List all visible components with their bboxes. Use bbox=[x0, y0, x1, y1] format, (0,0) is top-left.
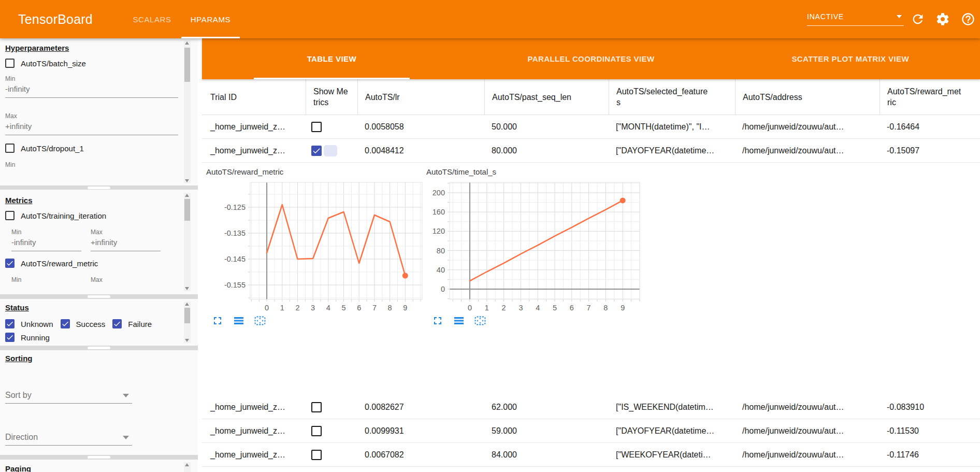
checkbox-icon[interactable] bbox=[5, 59, 15, 68]
tab-scatter-plot-matrix-view[interactable]: SCATTER PLOT MATRIX VIEW bbox=[720, 38, 980, 79]
training-iteration-max-field[interactable]: Max +infinity bbox=[91, 228, 161, 251]
checkbox-icon[interactable] bbox=[311, 450, 322, 460]
scrollbar-thumb[interactable] bbox=[184, 199, 190, 221]
status-failure-row[interactable]: Failure bbox=[112, 319, 152, 328]
svg-text:-0.155: -0.155 bbox=[224, 281, 246, 289]
status-scrollbar[interactable] bbox=[184, 302, 191, 343]
fit-to-screen-icon[interactable] bbox=[254, 314, 266, 327]
scroll-up-icon[interactable] bbox=[185, 463, 189, 466]
lr-cell: 0.0067082 bbox=[357, 443, 484, 466]
status-running-row[interactable]: Running bbox=[5, 333, 50, 342]
column-header-reward-metric[interactable]: AutoTS/reward_metric bbox=[880, 79, 980, 115]
checkbox-icon[interactable] bbox=[311, 402, 322, 412]
fit-to-screen-icon[interactable] bbox=[474, 314, 486, 327]
fullscreen-icon[interactable] bbox=[211, 314, 224, 327]
training-iteration-min-field[interactable]: Min -infinity bbox=[11, 228, 81, 251]
checkbox-ripple bbox=[324, 145, 337, 156]
svg-text:9: 9 bbox=[621, 304, 625, 312]
status-label: Success bbox=[76, 320, 106, 328]
show-metrics-cell[interactable] bbox=[306, 419, 357, 442]
drag-handle[interactable] bbox=[88, 347, 110, 349]
checkbox-icon[interactable] bbox=[5, 319, 15, 328]
column-header-address[interactable]: AutoTS/address bbox=[735, 79, 880, 115]
dropout-min-field[interactable]: Min bbox=[5, 161, 178, 168]
checkbox-icon[interactable] bbox=[5, 333, 15, 342]
tab-parallel-coordinates-view[interactable]: PARALLEL COORDINATES VIEW bbox=[462, 38, 721, 79]
chart-toolbar bbox=[431, 314, 486, 327]
scroll-down-icon[interactable] bbox=[185, 179, 189, 182]
fullscreen-icon[interactable] bbox=[431, 314, 444, 327]
time-total-chart[interactable]: 040801201602000123456789 bbox=[422, 163, 653, 334]
min-input[interactable]: -infinity bbox=[11, 236, 81, 251]
drag-handle[interactable] bbox=[88, 456, 110, 459]
tab-scalars[interactable]: SCALARS bbox=[123, 0, 181, 38]
scroll-up-icon[interactable] bbox=[185, 194, 189, 197]
status-unknown-row[interactable]: Unknown bbox=[5, 319, 53, 328]
show-metrics-cell[interactable] bbox=[306, 395, 357, 419]
hparam-batch-size-row[interactable]: AutoTS/batch_size bbox=[5, 59, 178, 68]
min-input[interactable]: -infinity bbox=[5, 82, 178, 98]
scroll-down-icon[interactable] bbox=[185, 287, 189, 290]
metric-reward-metric-row[interactable]: AutoTS/reward_metric bbox=[5, 259, 178, 268]
tab-table-view[interactable]: TABLE VIEW bbox=[202, 38, 462, 79]
direction-dropdown[interactable]: Direction bbox=[5, 433, 132, 446]
table-row[interactable]: _home_junweid_z… 0.0099931 59.000 ["DAYO… bbox=[202, 419, 980, 443]
checkbox-icon[interactable] bbox=[5, 144, 15, 153]
checkbox-icon[interactable] bbox=[5, 211, 15, 220]
section-resize-divider[interactable] bbox=[0, 455, 198, 460]
status-success-row[interactable]: Success bbox=[61, 319, 106, 328]
batch-size-max-field[interactable]: Max +infinity bbox=[5, 112, 178, 135]
list-icon[interactable] bbox=[233, 314, 245, 327]
show-metrics-cell[interactable] bbox=[306, 115, 357, 138]
checkbox-icon[interactable] bbox=[311, 146, 322, 156]
chart-toolbar bbox=[211, 314, 266, 327]
reward-metric-max-field[interactable]: Max bbox=[91, 276, 161, 283]
table-row[interactable]: _home_junweid_z… 0.0058058 50.000 ["MONT… bbox=[202, 115, 980, 139]
scroll-down-icon[interactable] bbox=[185, 339, 189, 342]
scroll-up-icon[interactable] bbox=[185, 41, 189, 45]
reward-metric-min-field[interactable]: Min bbox=[11, 276, 81, 283]
scrollbar-thumb[interactable] bbox=[184, 48, 190, 82]
hparam-dropout-row[interactable]: AutoTS/dropout_1 bbox=[5, 144, 178, 153]
column-header-lr[interactable]: AutoTS/lr bbox=[357, 79, 484, 115]
column-header-selected-features[interactable]: AutoTS/selected_features bbox=[609, 79, 735, 115]
section-resize-divider[interactable] bbox=[0, 346, 198, 350]
paging-scrollbar[interactable] bbox=[184, 462, 191, 472]
max-input[interactable]: +infinity bbox=[5, 120, 178, 135]
show-metrics-cell[interactable] bbox=[306, 139, 357, 162]
help-icon bbox=[961, 12, 975, 26]
table-row[interactable]: _home_junweid_z… 0.0082627 62.000 ["IS_W… bbox=[202, 395, 980, 419]
metrics-scrollbar[interactable] bbox=[184, 193, 191, 291]
tab-hparams[interactable]: HPARAMS bbox=[181, 0, 240, 38]
checkbox-icon[interactable] bbox=[112, 319, 122, 328]
column-header-show-metrics[interactable]: Show Metrics bbox=[306, 79, 357, 115]
hyperparameters-scrollbar[interactable] bbox=[184, 40, 191, 183]
column-header-trial-id[interactable]: Trial ID bbox=[202, 79, 306, 115]
svg-text:5: 5 bbox=[342, 304, 346, 312]
reward-metric-chart[interactable]: -0.125-0.135-0.145-0.1550123456789 bbox=[202, 163, 433, 334]
batch-size-min-field[interactable]: Min -infinity bbox=[5, 75, 178, 98]
checkbox-icon[interactable] bbox=[61, 319, 70, 328]
show-metrics-cell[interactable] bbox=[306, 443, 357, 466]
section-resize-divider[interactable] bbox=[0, 294, 198, 299]
scrollbar-thumb[interactable] bbox=[184, 308, 190, 323]
column-header-past-seq-len[interactable]: AutoTS/past_seq_len bbox=[484, 79, 609, 115]
drag-handle[interactable] bbox=[88, 295, 110, 298]
scroll-up-icon[interactable] bbox=[185, 303, 189, 306]
sorting-heading: Sorting bbox=[5, 354, 178, 363]
sort-by-dropdown[interactable]: Sort by bbox=[5, 391, 132, 404]
selected-features-cell: ["DAYOFYEAR(datetime… bbox=[609, 139, 735, 162]
max-input[interactable]: +infinity bbox=[91, 236, 161, 251]
checkbox-icon[interactable] bbox=[5, 259, 15, 268]
settings-button[interactable] bbox=[935, 12, 950, 26]
metric-training-iteration-row[interactable]: AutoTS/training_iteration bbox=[5, 211, 178, 220]
checkbox-icon[interactable] bbox=[311, 426, 322, 436]
list-icon[interactable] bbox=[453, 314, 465, 327]
drag-handle[interactable] bbox=[88, 187, 110, 189]
run-selector-dropdown[interactable]: INACTIVE bbox=[807, 7, 904, 26]
help-button[interactable] bbox=[961, 12, 975, 26]
checkbox-icon[interactable] bbox=[311, 122, 322, 132]
table-row[interactable]: _home_junweid_z… 0.0067082 84.000 ["WEEK… bbox=[202, 443, 980, 467]
refresh-button[interactable] bbox=[911, 12, 925, 26]
table-row[interactable]: _home_junweid_z… 0.0048412 80.000 ["DAYO… bbox=[202, 139, 980, 163]
